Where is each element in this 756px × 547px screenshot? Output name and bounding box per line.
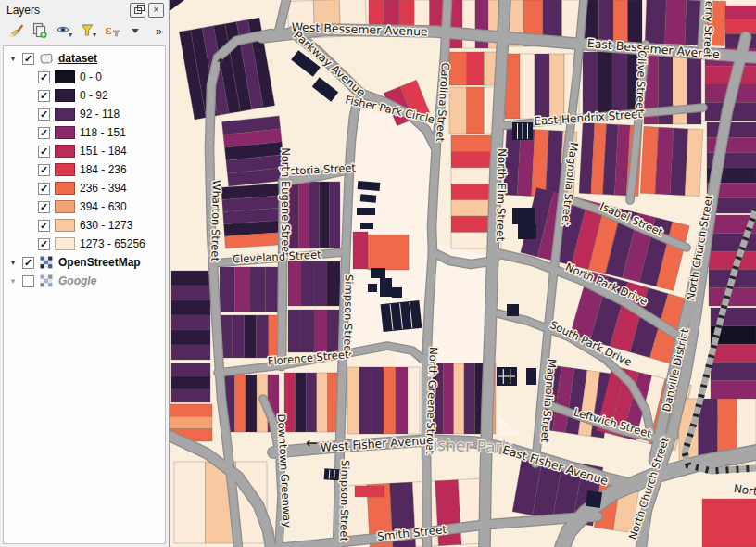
street-label-simpson-street-21: Simpson Street xyxy=(341,274,356,357)
layers-panel: Layers × ▾▾ε» ▾✓dataset✓0 - 0✓0 - 92✓92 … xyxy=(0,0,170,547)
add-group-button[interactable] xyxy=(32,22,48,39)
filter-legend-button[interactable]: ▾ xyxy=(80,22,96,39)
parcel-block xyxy=(284,373,338,432)
class-color-swatch[interactable] xyxy=(55,182,75,195)
street-label-north-elm-street-11: North Elm Street xyxy=(494,148,509,242)
layer-tree[interactable]: ▾✓dataset✓0 - 0✓0 - 92✓92 - 118✓118 - 15… xyxy=(3,45,166,544)
parcel xyxy=(170,404,212,416)
legend-class-row[interactable]: ✓0 - 92 xyxy=(4,86,165,105)
parcel-block xyxy=(353,232,368,269)
legend-class-row[interactable]: ✓630 - 1273 xyxy=(4,216,165,235)
layer-row-openstreetmap[interactable]: ▾✓OpenStreetMap xyxy=(4,253,165,272)
class-checkbox[interactable]: ✓ xyxy=(38,238,50,250)
qgis-window: Layers × ▾▾ε» ▾✓dataset✓0 - 0✓0 - 92✓92 … xyxy=(0,0,756,547)
building xyxy=(360,194,377,202)
layer-row-dataset[interactable]: ▾✓dataset xyxy=(4,49,165,68)
street-label-cherry-street-7: Cherry Street xyxy=(701,0,717,58)
layer-row-google[interactable]: ▾Google xyxy=(4,272,165,290)
street-label-simpson-street-22: Simpson Street xyxy=(337,460,352,542)
class-color-swatch[interactable] xyxy=(55,70,75,83)
class-checkbox[interactable]: ✓ xyxy=(38,108,50,121)
legend-class-row[interactable]: ✓118 - 151 xyxy=(4,123,165,142)
parcel xyxy=(353,232,368,269)
parcel-block xyxy=(288,182,340,248)
class-checkbox[interactable]: ✓ xyxy=(38,201,50,213)
parcel xyxy=(384,367,396,434)
parcel-block xyxy=(505,54,579,119)
expand-collapse-icon[interactable]: ▾ xyxy=(8,258,18,267)
parcel xyxy=(598,52,612,119)
class-checkbox[interactable]: ✓ xyxy=(38,127,50,139)
manage-map-themes-button[interactable]: ▾ xyxy=(56,22,72,39)
parcel xyxy=(235,267,251,312)
parcel-block xyxy=(171,271,210,360)
park-label-fisher-park: Fisher Park xyxy=(425,435,511,456)
parcel-block xyxy=(220,315,281,358)
class-color-swatch[interactable] xyxy=(55,145,75,158)
layer-name[interactable]: Google xyxy=(58,274,96,287)
layer-styling-button[interactable] xyxy=(7,22,24,39)
legend-class-row[interactable]: ✓236 - 394 xyxy=(4,179,165,197)
class-checkbox[interactable]: ✓ xyxy=(38,90,50,102)
legend-class-row[interactable]: ✓92 - 118 xyxy=(4,105,165,123)
parcel xyxy=(408,367,420,434)
expand-collapse-icon[interactable]: ▾ xyxy=(8,54,18,63)
building xyxy=(380,278,392,297)
layer-name[interactable]: dataset xyxy=(58,52,97,65)
parcel xyxy=(347,367,359,434)
legend-class-row[interactable]: ✓151 - 184 xyxy=(4,142,165,160)
parcel xyxy=(330,182,340,248)
legend-class-row[interactable]: ✓184 - 236 xyxy=(4,160,165,179)
parcel xyxy=(320,182,330,248)
class-color-swatch[interactable] xyxy=(55,163,75,176)
class-color-swatch[interactable] xyxy=(55,108,75,121)
parcel xyxy=(725,19,756,33)
options-caret-button[interactable] xyxy=(128,22,145,39)
parcel xyxy=(246,375,257,432)
parcel xyxy=(467,87,485,134)
parcel xyxy=(309,182,319,248)
class-color-swatch[interactable] xyxy=(55,237,75,250)
class-color-swatch[interactable] xyxy=(55,126,75,139)
legend-class-row[interactable]: ✓1273 - 65256 xyxy=(4,235,165,253)
parcel xyxy=(317,373,328,432)
expand-collapse-icon[interactable]: ▾ xyxy=(8,276,18,286)
map-canvas[interactable]: Fisher ParkWest Bessemer AvenueEast Bess… xyxy=(170,0,756,547)
toolbar-overflow-button[interactable]: » xyxy=(156,24,163,38)
float-panel-button[interactable] xyxy=(130,3,145,18)
dropdown-caret-icon: ▾ xyxy=(69,31,72,39)
class-checkbox[interactable]: ✓ xyxy=(38,71,50,83)
parcel xyxy=(306,373,317,432)
class-checkbox[interactable]: ✓ xyxy=(38,183,50,195)
parcel xyxy=(171,345,210,360)
layer-name[interactable]: OpenStreetMap xyxy=(58,256,141,269)
parcel xyxy=(171,389,210,402)
legend-class-row[interactable]: ✓394 - 630 xyxy=(4,197,165,216)
parcel-block xyxy=(702,499,756,547)
building xyxy=(357,208,375,215)
filter-by-expression-button[interactable]: ε xyxy=(104,22,120,39)
parcel xyxy=(257,315,269,358)
parcel xyxy=(250,267,266,312)
layer-checkbox-dataset[interactable]: ✓ xyxy=(22,53,34,65)
parcel xyxy=(171,286,210,300)
parcel xyxy=(314,261,327,306)
raster-layer-icon xyxy=(39,274,54,287)
parcel xyxy=(702,499,756,547)
class-checkbox[interactable]: ✓ xyxy=(38,220,50,232)
parcel xyxy=(288,261,301,306)
parcel-block xyxy=(449,52,501,85)
class-checkbox[interactable]: ✓ xyxy=(38,146,50,158)
building xyxy=(512,208,535,224)
class-color-swatch[interactable] xyxy=(55,200,75,213)
close-panel-button[interactable]: × xyxy=(148,3,164,18)
layers-toolbar: ▾▾ε» xyxy=(0,19,169,45)
layer-checkbox-openstreetmap[interactable]: ✓ xyxy=(22,257,34,269)
legend-class-row[interactable]: ✓0 - 0 xyxy=(4,68,165,86)
class-color-swatch[interactable] xyxy=(55,219,75,232)
parcel xyxy=(464,363,474,434)
class-color-swatch[interactable] xyxy=(55,89,75,102)
parcel xyxy=(298,182,309,248)
layer-checkbox-google[interactable] xyxy=(22,275,34,287)
class-checkbox[interactable]: ✓ xyxy=(38,164,50,176)
